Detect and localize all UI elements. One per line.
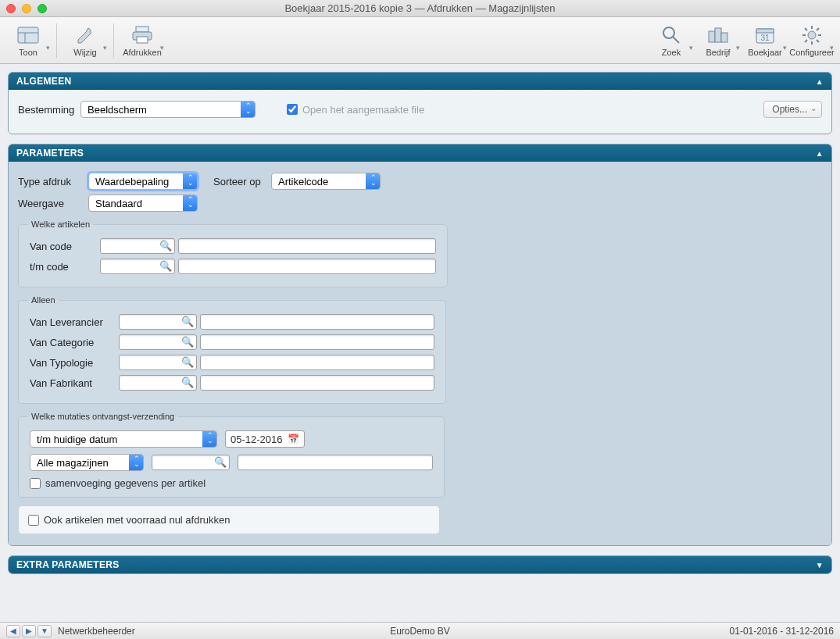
collapse-up-icon: ▲: [816, 149, 824, 158]
bestemming-label: Bestemming: [18, 104, 80, 116]
svg-rect-0: [18, 27, 38, 43]
van-categorie-search[interactable]: [119, 334, 197, 350]
ook-nul-box: Ook artikelen met voorraad nul afdrukken: [18, 505, 440, 534]
date-input[interactable]: 05-12-2016 📅: [225, 430, 305, 448]
sorteer-op-select[interactable]: Artikelcode: [271, 173, 381, 190]
expand-down-icon: ▼: [816, 561, 824, 569]
van-code-label: Van code: [30, 241, 100, 252]
van-categorie-desc[interactable]: [200, 334, 434, 350]
van-fabrikant-label: Van Fabrikant: [30, 377, 119, 389]
panel-algemeen-title: ALGEMEEN: [16, 76, 71, 87]
panel-parameters-title: PARAMETERS: [16, 148, 84, 159]
alleen-legend: Alleen: [28, 295, 59, 305]
samenvoeging-label: samenvoeging gegevens per artikel: [45, 477, 206, 489]
van-typologie-label: Van Typologie: [30, 357, 119, 369]
svg-line-19: [805, 28, 807, 30]
bestemming-select[interactable]: Beeldscherm: [80, 101, 256, 118]
panel-parameters-header[interactable]: PARAMETERS ▲: [9, 145, 831, 162]
svg-rect-12: [756, 29, 774, 33]
toolbar-boekjaar[interactable]: 31 Boekjaar: [742, 19, 788, 62]
toolbar-bedrijf[interactable]: Bedrijf: [695, 19, 742, 62]
weergave-label: Weergave: [18, 198, 88, 209]
open-file-checkbox-input[interactable]: [287, 104, 298, 115]
status-period: 01-01-2016 - 31-12-2016: [730, 626, 834, 637]
type-afdruk-select[interactable]: Waardebepaling: [88, 173, 198, 190]
welke-artikelen-legend: Welke artikelen: [28, 220, 93, 229]
svg-rect-8: [709, 31, 715, 42]
toolbar-zoek[interactable]: Zoek: [648, 19, 695, 62]
open-file-checkbox[interactable]: Open het aangemaakte file: [287, 104, 424, 116]
panel-extra-header[interactable]: EXTRA PARAMETERS ▼: [9, 556, 831, 573]
toolbar-afdrukken[interactable]: Afdrukken: [119, 19, 166, 62]
nav-forward-button[interactable]: ▶: [22, 625, 36, 637]
svg-line-7: [673, 37, 679, 43]
toolbar-separator: [113, 23, 114, 58]
calendar-icon: 📅: [288, 434, 299, 444]
magazijn-search[interactable]: [152, 455, 230, 470]
svg-line-22: [805, 40, 807, 42]
van-fabrikant-desc[interactable]: [200, 375, 434, 391]
statusbar: ◀ ▶ ▼ Netwerkbeheerder EuroDemo BV 01-01…: [0, 622, 840, 639]
titlebar: Boekjaar 2015-2016 kopie 3 — Afdrukken —…: [0, 0, 840, 17]
toolbar-bedrijf-label: Bedrijf: [706, 48, 730, 57]
nav-down-button[interactable]: ▼: [38, 625, 52, 637]
toolbar-toon-label: Toon: [19, 48, 38, 57]
toolbar-toon[interactable]: Toon: [5, 19, 52, 62]
van-categorie-label: Van Categorie: [30, 337, 119, 348]
toolbar: Toon Wijzig Afdrukken Zoek Bedrijf 31: [0, 17, 840, 64]
van-fabrikant-search[interactable]: [119, 375, 197, 391]
van-typologie-desc[interactable]: [200, 355, 434, 370]
svg-rect-5: [137, 37, 148, 43]
van-leverancier-search[interactable]: [119, 314, 197, 330]
window-minimize-icon[interactable]: [22, 4, 31, 13]
toolbar-configureer-label: Configureer: [789, 48, 834, 57]
panel-parameters: PARAMETERS ▲ Type afdruk Waardebepaling …: [8, 144, 832, 546]
magazijn-desc[interactable]: [238, 455, 433, 470]
toolbar-configureer[interactable]: Configureer: [788, 19, 835, 62]
svg-text:31: 31: [760, 34, 770, 42]
open-file-label: Open het aangemaakte file: [302, 104, 424, 116]
calendar-icon: 31: [752, 24, 777, 46]
toolbar-zoek-label: Zoek: [662, 48, 681, 57]
group-alleen: Alleen Van Leverancier 🔍 Van Categorie 🔍…: [18, 295, 446, 404]
svg-point-6: [663, 27, 674, 38]
svg-point-14: [808, 31, 816, 39]
van-typologie-search[interactable]: [119, 355, 197, 370]
tm-code-desc[interactable]: [178, 259, 436, 274]
van-leverancier-desc[interactable]: [200, 314, 434, 330]
layout-icon: [16, 24, 41, 46]
nav-back-button[interactable]: ◀: [6, 625, 20, 637]
ook-nul-label: Ook artikelen met voorraad nul afdrukken: [44, 514, 230, 526]
panel-algemeen: ALGEMEEN ▲ Bestemming Beeldscherm Open h…: [8, 72, 832, 134]
window-close-icon[interactable]: [6, 4, 16, 13]
printer-icon: [130, 24, 155, 46]
weergave-select[interactable]: Standaard: [88, 195, 198, 212]
van-code-desc[interactable]: [178, 238, 436, 254]
type-afdruk-label: Type afdruk: [18, 176, 88, 187]
ook-nul-checkbox[interactable]: Ook artikelen met voorraad nul afdrukken: [28, 514, 430, 526]
toolbar-wijzig[interactable]: Wijzig: [62, 19, 109, 62]
samenvoeging-checkbox[interactable]: samenvoeging gegevens per artikel: [30, 477, 433, 489]
van-code-search[interactable]: [100, 238, 175, 254]
tm-code-search[interactable]: [100, 259, 175, 274]
svg-line-20: [817, 40, 819, 42]
sorteer-op-label: Sorteer op: [213, 176, 271, 187]
svg-rect-9: [715, 28, 721, 42]
ook-nul-checkbox-input[interactable]: [28, 515, 39, 526]
svg-rect-3: [136, 27, 148, 32]
panel-algemeen-header[interactable]: ALGEMEEN ▲: [9, 73, 831, 90]
status-user: Netwerkbeheerder: [58, 626, 135, 637]
magazijn-select[interactable]: Alle magazijnen: [30, 454, 144, 471]
window-zoom-icon[interactable]: [38, 4, 47, 13]
date-mode-select[interactable]: t/m huidige datum: [30, 430, 217, 448]
svg-line-21: [817, 28, 819, 30]
panel-extra-title: EXTRA PARAMETERS: [16, 559, 119, 570]
panel-extra-parameters: EXTRA PARAMETERS ▼: [8, 555, 832, 574]
tm-code-label: t/m code: [30, 261, 100, 273]
search-icon: [659, 24, 684, 46]
samenvoeging-checkbox-input[interactable]: [30, 478, 41, 489]
mutaties-legend: Welke mutaties ontvangst-verzending: [28, 412, 177, 421]
building-icon: [706, 24, 731, 46]
toolbar-separator: [56, 23, 57, 58]
opties-button[interactable]: Opties...: [763, 101, 822, 118]
